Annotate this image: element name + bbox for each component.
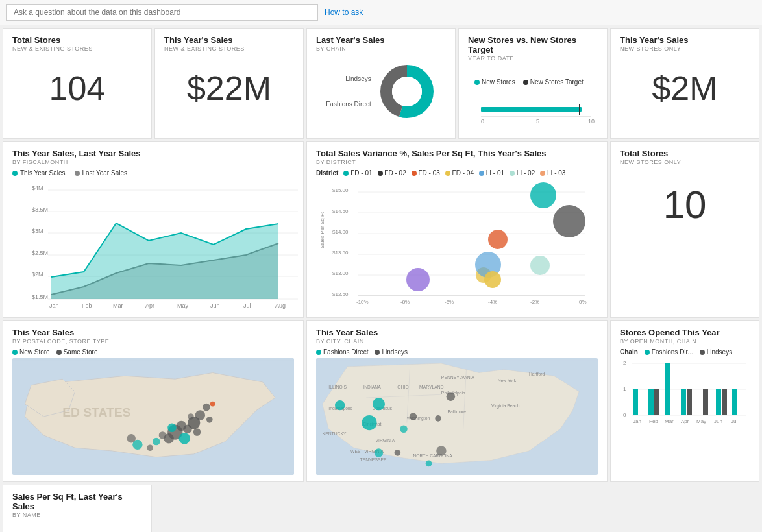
svg-point-111 — [395, 450, 401, 456]
sales-sqft-title: Sales Per Sq Ft, Last Year's Sales — [12, 492, 142, 511]
svg-text:$13.00: $13.00 — [332, 271, 349, 276]
card-area-chart: This Year Sales, Last Year Sales BY FISC… — [3, 141, 304, 318]
map1-legend-new: New Store — [12, 348, 50, 356]
svg-point-74 — [167, 424, 177, 433]
svg-rect-127 — [681, 389, 686, 415]
svg-text:Jun: Jun — [210, 302, 220, 309]
scatter-legend: District FD - 01 FD - 02 FD - 03 FD - 04… — [316, 169, 598, 176]
legend-fashions-opened: Fashions Dir... — [645, 348, 693, 356]
map1-visual: ED STATES — [12, 358, 294, 475]
svg-text:Mar: Mar — [113, 302, 123, 309]
legend-this-year-label: This Year Sales — [20, 169, 66, 176]
map1-svg: ED STATES — [12, 358, 294, 475]
svg-point-103 — [335, 400, 345, 410]
svg-text:$13.50: $13.50 — [332, 250, 349, 256]
svg-point-68 — [193, 428, 201, 436]
svg-text:OHIO: OHIO — [397, 385, 408, 389]
svg-point-53 — [488, 230, 508, 249]
svg-point-78 — [147, 444, 153, 451]
map2-svg: ILLINOIS INDIANA OHIO PENNSYLVANIA New Y… — [316, 358, 598, 475]
search-input[interactable] — [6, 4, 318, 21]
map2-visual: ILLINOIS INDIANA OHIO PENNSYLVANIA New Y… — [316, 358, 598, 475]
card-new-stores-target: New Stores vs. New Stores Target YEAR TO… — [458, 28, 608, 139]
svg-text:Mar: Mar — [665, 418, 674, 424]
svg-text:MARYLAND: MARYLAND — [419, 385, 444, 389]
svg-rect-124 — [648, 389, 654, 415]
total-stores-new-subtitle: NEW STORES ONLY — [620, 159, 750, 165]
last-year-sales-subtitle: BY CHAIN — [316, 45, 446, 52]
svg-point-113 — [436, 446, 446, 455]
this-year-sales-value: $22M — [164, 56, 294, 114]
svg-point-105 — [447, 392, 456, 401]
svg-text:INDIANA: INDIANA — [363, 385, 381, 389]
total-stores-title: Total Stores — [12, 35, 142, 45]
scatter-title: Total Sales Variance %, Sales Per Sq Ft,… — [316, 149, 598, 158]
svg-point-52 — [553, 205, 585, 237]
svg-rect-126 — [665, 363, 670, 415]
svg-point-2 — [392, 77, 422, 106]
map2-title: This Year Sales — [316, 328, 598, 337]
top-bar: How to ask — [0, 0, 762, 25]
total-stores-value: 104 — [12, 56, 142, 114]
map2-subtitle: BY CITY, CHAIN — [316, 338, 598, 345]
new-stores-target-subtitle: YEAR TO DATE — [468, 55, 598, 62]
svg-text:Jan: Jan — [49, 302, 59, 309]
card-this-year-sales-top: This Year's Sales NEW & EXISTING STORES … — [154, 28, 304, 139]
svg-text:$2M: $2M — [32, 271, 43, 278]
last-year-sales-title: Last Year's Sales — [316, 35, 446, 45]
svg-text:PENNSYLVANIA: PENNSYLVANIA — [441, 375, 474, 380]
svg-text:Feb: Feb — [82, 302, 92, 309]
scatter-subtitle: BY DISTRICT — [316, 159, 598, 165]
legend-lindseys-opened: Lindseys — [700, 348, 732, 356]
total-stores-new-value: 10 — [620, 169, 750, 234]
how-to-ask-link[interactable]: How to ask — [325, 8, 363, 17]
svg-rect-131 — [722, 389, 727, 415]
card-last-year-sales: Last Year's Sales BY CHAIN Lindseys Fash… — [306, 28, 456, 139]
svg-text:-8%: -8% — [400, 299, 410, 305]
svg-text:May: May — [696, 418, 706, 424]
svg-rect-132 — [732, 389, 737, 415]
sales-sqft-subtitle: BY NAME — [12, 512, 142, 518]
bullet-legend: New Stores New Stores Target — [474, 79, 591, 86]
map2-legend-fashions: Fashions Direct — [316, 348, 368, 356]
this-year-sales-new-title: This Year's Sales — [620, 35, 750, 45]
svg-text:$14.00: $14.00 — [332, 229, 349, 235]
legend-li01: LI - 01 — [479, 169, 504, 176]
svg-text:Jan: Jan — [633, 418, 641, 424]
svg-text:Baltimore: Baltimore — [448, 409, 467, 414]
svg-rect-4 — [481, 107, 582, 112]
svg-text:2: 2 — [623, 360, 626, 366]
svg-text:$15.00: $15.00 — [332, 187, 349, 193]
svg-point-69 — [188, 413, 194, 420]
svg-point-56 — [530, 256, 550, 275]
card-map1: This Year Sales BY POSTALCODE, STORE TYP… — [3, 320, 304, 482]
svg-text:0: 0 — [623, 412, 626, 418]
svg-point-73 — [159, 431, 167, 439]
svg-point-108 — [400, 426, 408, 433]
svg-text:-2%: -2% — [530, 299, 539, 305]
svg-text:NORTH CAROLINA: NORTH CAROLINA — [413, 453, 452, 458]
this-year-sales-title: This Year's Sales — [164, 35, 294, 45]
svg-text:$2.5M: $2.5M — [32, 250, 48, 256]
svg-point-76 — [153, 438, 160, 446]
legend-fd02: FD - 02 — [378, 169, 406, 176]
area-chart-subtitle: BY FISCALMONTH — [12, 159, 294, 165]
donut-label-lindseys: Lindseys — [326, 75, 371, 82]
legend-last-year-label: Last Year Sales — [82, 169, 128, 176]
legend-li02: LI - 02 — [510, 169, 535, 176]
svg-text:$1.5M: $1.5M — [32, 294, 48, 300]
scatter-svg: Sales Per Sq Ft $12.50 $13.00 $13.50 $14… — [316, 179, 595, 306]
bullet-chart-svg: 0 5 10 — [474, 91, 595, 123]
legend-fd01: FD - 01 — [343, 169, 372, 176]
svg-rect-129 — [703, 389, 708, 415]
svg-text:VIRGINIA: VIRGINIA — [376, 438, 395, 442]
map1-title: This Year Sales — [12, 328, 294, 337]
area-chart-svg: $1.5M $2M $2.5M $3M $3.5M $4M Jan — [12, 179, 304, 309]
sales-sqft-svg: $0 $20.00 Winch.. Sharon York F.. Momo..… — [12, 522, 142, 532]
stores-opened-svg: 0 1 2 — [620, 358, 750, 429]
card-sales-sqft: Sales Per Sq Ft, Last Year's Sales BY NA… — [3, 485, 152, 532]
svg-point-65 — [206, 417, 213, 423]
svg-text:Jul: Jul — [731, 418, 737, 424]
svg-text:0: 0 — [481, 118, 484, 123]
svg-marker-22 — [51, 223, 278, 299]
